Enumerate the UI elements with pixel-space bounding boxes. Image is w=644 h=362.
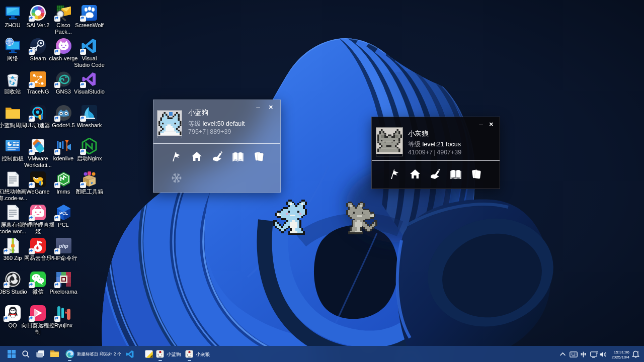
svg-text:360: 360 [10, 249, 15, 252]
svg-text:#: # [65, 309, 68, 315]
svg-text:PCL: PCL [59, 211, 68, 216]
svg-text:z: z [637, 350, 639, 353]
